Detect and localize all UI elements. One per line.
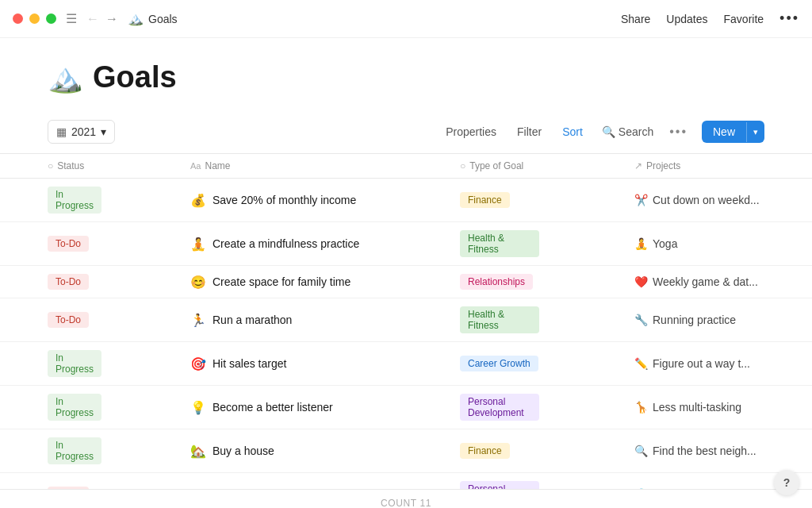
more-menu-button[interactable]: ••• bbox=[779, 10, 799, 27]
name-cell: 🏡 Buy a house bbox=[143, 429, 412, 473]
updates-button[interactable]: Updates bbox=[666, 13, 707, 25]
status-cell: To-Do bbox=[0, 473, 143, 490]
status-badge: In Progress bbox=[48, 350, 102, 377]
goal-name: Run a marathon bbox=[213, 314, 292, 326]
table-row[interactable]: In Progress 💡 Become a better listener P… bbox=[0, 386, 812, 429]
name-cell: 😊 Create space for family time bbox=[143, 266, 412, 298]
type-cell: Personal Development bbox=[412, 473, 587, 490]
minimize-button[interactable] bbox=[29, 13, 40, 24]
titlebar-actions: Share Updates Favorite ••• bbox=[621, 10, 799, 27]
status-cell: To-Do bbox=[0, 298, 143, 342]
maximize-button[interactable] bbox=[46, 13, 56, 24]
table-row[interactable]: To-Do 😊 Create space for family time Rel… bbox=[0, 266, 812, 298]
page-header: 🏔️ Goals bbox=[0, 38, 812, 120]
status-cell: In Progress bbox=[0, 342, 143, 386]
goal-type-badge: Relationships bbox=[460, 274, 533, 290]
name-cell: 💤 Take more time off bbox=[143, 473, 412, 490]
hamburger-icon[interactable]: ☰ bbox=[66, 11, 77, 26]
new-button-label[interactable]: New bbox=[702, 121, 746, 143]
name-emoji: 🧘 bbox=[190, 237, 206, 252]
goal-type-badge: Career Growth bbox=[460, 356, 538, 371]
nav-arrows: ← → bbox=[86, 12, 118, 26]
col-projects-label: Projects bbox=[646, 160, 680, 171]
project-cell: 🔧 Running practice bbox=[587, 298, 812, 342]
goal-name: Become a better listener bbox=[213, 401, 333, 414]
project-name: Figure out a way t... bbox=[653, 357, 750, 370]
project-name: Less multi-tasking bbox=[653, 401, 741, 414]
app-icon: 🏔️ bbox=[128, 11, 144, 26]
type-cell: Career Growth bbox=[412, 342, 587, 386]
table-row[interactable]: In Progress 🎯 Hit sales target Career Gr… bbox=[0, 342, 812, 386]
status-col-icon: ○ bbox=[48, 160, 53, 171]
table-row[interactable]: In Progress 🏡 Buy a house Finance 🔍 Find… bbox=[0, 429, 812, 473]
page-title-text: Goals bbox=[93, 60, 177, 94]
status-badge: To-Do bbox=[48, 274, 89, 290]
project-emoji: 🧘 bbox=[634, 237, 648, 250]
status-badge: In Progress bbox=[48, 437, 102, 464]
project-emoji: 🌍 bbox=[634, 488, 648, 489]
col-projects: ↗ Projects bbox=[587, 154, 812, 179]
status-cell: To-Do bbox=[0, 266, 143, 298]
forward-arrow[interactable]: → bbox=[105, 12, 118, 26]
name-emoji: 💤 bbox=[190, 487, 206, 490]
toolbar-more-button[interactable]: ••• bbox=[663, 120, 694, 144]
share-button[interactable]: Share bbox=[621, 13, 650, 25]
name-emoji: 💰 bbox=[190, 193, 206, 208]
projects-col-icon: ↗ bbox=[634, 160, 642, 171]
sort-button[interactable]: Sort bbox=[553, 121, 592, 143]
type-cell: Relationships bbox=[412, 266, 587, 298]
grid-icon: ▦ bbox=[56, 125, 67, 138]
status-cell: To-Do bbox=[0, 222, 143, 266]
type-cell: Personal Development bbox=[412, 386, 587, 429]
goals-table: ○ Status Aa Name ○ Type of Goal bbox=[0, 154, 812, 489]
goal-type-badge: Health & Fitness bbox=[460, 306, 539, 333]
goal-type-badge: Personal Development bbox=[460, 481, 539, 489]
new-button[interactable]: New ▾ bbox=[702, 121, 764, 143]
name-cell: 💡 Become a better listener bbox=[143, 386, 412, 429]
name-emoji: 💡 bbox=[190, 400, 206, 415]
project-emoji: ❤️ bbox=[634, 275, 648, 288]
toolbar: ▦ 2021 ▾ Properties Filter Sort 🔍 Search… bbox=[0, 120, 812, 154]
app-title-label: Goals bbox=[148, 13, 178, 25]
new-button-chevron[interactable]: ▾ bbox=[746, 122, 764, 142]
project-name: Weekly game & dat... bbox=[653, 275, 758, 288]
favorite-button[interactable]: Favorite bbox=[724, 13, 764, 25]
project-cell: ✂️ Cut down on weekd... bbox=[587, 179, 812, 222]
col-name-label: Name bbox=[205, 160, 230, 171]
type-cell: Finance bbox=[412, 179, 587, 222]
back-arrow[interactable]: ← bbox=[86, 12, 99, 26]
name-emoji: 🏃 bbox=[190, 313, 206, 328]
project-name: Yoga bbox=[653, 237, 677, 250]
goal-type-badge: Finance bbox=[460, 192, 510, 208]
name-emoji: 🏡 bbox=[190, 444, 206, 459]
view-selector[interactable]: ▦ 2021 ▾ bbox=[48, 120, 115, 144]
goal-name: Save 20% of monthly income bbox=[213, 194, 356, 206]
goal-name: Take more time off bbox=[213, 488, 304, 489]
goal-name: Create a mindfulness practice bbox=[213, 237, 359, 250]
table-row[interactable]: To-Do 💤 Take more time off Personal Deve… bbox=[0, 473, 812, 490]
help-button[interactable]: ? bbox=[774, 470, 799, 495]
properties-button[interactable]: Properties bbox=[436, 121, 506, 143]
app-title-section: 🏔️ Goals bbox=[128, 11, 621, 26]
name-cell: 🎯 Hit sales target bbox=[143, 342, 412, 386]
type-cell: Finance bbox=[412, 429, 587, 473]
page-title-icon: 🏔️ bbox=[48, 61, 83, 94]
table-row[interactable]: In Progress 💰 Save 20% of monthly income… bbox=[0, 179, 812, 222]
goal-name: Buy a house bbox=[213, 444, 274, 457]
filter-button[interactable]: Filter bbox=[508, 121, 551, 143]
status-cell: In Progress bbox=[0, 386, 143, 429]
page-title: 🏔️ Goals bbox=[48, 60, 764, 94]
view-label: 2021 bbox=[71, 125, 96, 138]
search-icon: 🔍 bbox=[602, 125, 615, 138]
project-emoji: 🦒 bbox=[634, 401, 648, 414]
col-type-label: Type of Goal bbox=[469, 160, 523, 171]
status-badge: To-Do bbox=[48, 236, 89, 252]
table-row[interactable]: To-Do 🏃 Run a marathon Health & Fitness … bbox=[0, 298, 812, 342]
name-emoji: 😊 bbox=[190, 275, 206, 290]
table-header-row: ○ Status Aa Name ○ Type of Goal bbox=[0, 154, 812, 179]
close-button[interactable] bbox=[13, 13, 23, 24]
search-button[interactable]: 🔍 Search bbox=[594, 121, 661, 142]
name-cell: 💰 Save 20% of monthly income bbox=[143, 179, 412, 222]
table-row[interactable]: To-Do 🧘 Create a mindfulness practice He… bbox=[0, 222, 812, 266]
goal-type-badge: Health & Fitness bbox=[460, 230, 539, 257]
